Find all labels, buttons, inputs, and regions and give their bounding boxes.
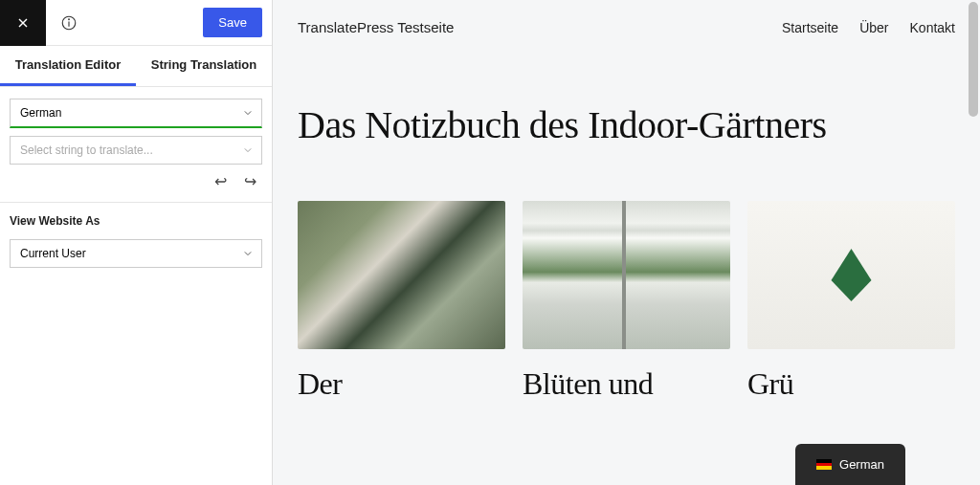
nav-link-contact[interactable]: Kontakt	[910, 20, 955, 35]
string-select[interactable]: Select string to translate...	[10, 136, 262, 165]
card-image[interactable]	[523, 201, 730, 349]
language-select[interactable]: German	[10, 99, 262, 128]
nav-link-home[interactable]: Startseite	[782, 20, 838, 35]
view-as-select[interactable]: Current User	[10, 239, 262, 268]
info-icon	[60, 14, 78, 32]
page-heading[interactable]: Das Notizbuch des Indoor-Gärtners	[298, 102, 955, 147]
previous-string-button[interactable]: ↩	[214, 172, 227, 190]
translation-sidebar: Save Translation Editor String Translati…	[0, 0, 273, 485]
language-switcher-label: German	[839, 457, 884, 472]
tab-translation-editor[interactable]: Translation Editor	[0, 46, 136, 86]
close-icon	[15, 15, 31, 31]
save-button[interactable]: Save	[203, 8, 262, 37]
cards-row: Der Blüten und Grü	[298, 201, 955, 402]
chevron-down-icon	[244, 250, 252, 257]
controls-section: German Select string to translate... ↩ ↪	[0, 87, 272, 203]
sidebar-topbar: Save	[0, 0, 272, 46]
next-string-button[interactable]: ↪	[244, 172, 256, 190]
chevron-down-icon	[244, 109, 252, 117]
close-button[interactable]	[0, 0, 46, 46]
card-title[interactable]: Der	[298, 366, 505, 402]
svg-point-4	[69, 18, 70, 19]
card: Grü	[747, 201, 955, 402]
language-switcher[interactable]: German	[795, 444, 905, 485]
view-as-select-value: Current User	[20, 247, 86, 260]
preview-pane: TranslatePress Testseite Startseite Über…	[273, 0, 980, 485]
nav-arrows: ↩ ↪	[10, 172, 262, 190]
chevron-down-icon	[244, 146, 252, 154]
tab-string-translation[interactable]: String Translation	[136, 46, 272, 86]
german-flag-icon	[816, 459, 832, 470]
card-image[interactable]	[747, 201, 955, 349]
card: Der	[298, 201, 505, 402]
site-nav: Startseite Über Kontakt	[782, 20, 955, 35]
info-button[interactable]	[46, 0, 92, 46]
site-title[interactable]: TranslatePress Testseite	[298, 19, 454, 35]
nav-link-about[interactable]: Über	[859, 20, 888, 35]
tabs: Translation Editor String Translation	[0, 46, 272, 87]
site-header: TranslatePress Testseite Startseite Über…	[273, 0, 980, 55]
leaf-icon	[823, 249, 880, 301]
language-select-value: German	[20, 106, 61, 120]
card-image[interactable]	[298, 201, 505, 349]
scrollbar[interactable]	[969, 2, 978, 117]
view-as-label: View Website As	[10, 214, 262, 228]
view-as-section: View Website As Current User	[0, 203, 272, 289]
card-title[interactable]: Blüten und	[523, 366, 730, 402]
string-select-placeholder: Select string to translate...	[20, 143, 153, 157]
card-title[interactable]: Grü	[747, 366, 955, 402]
card: Blüten und	[523, 201, 730, 402]
site-content: Das Notizbuch des Indoor-Gärtners Der Bl…	[273, 55, 980, 421]
